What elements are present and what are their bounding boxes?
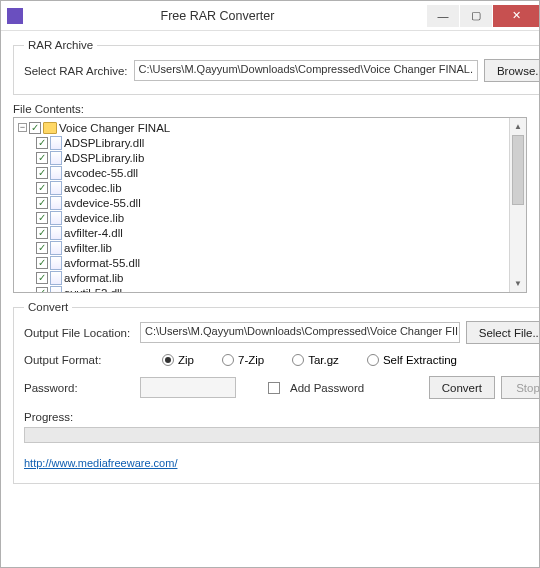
stop-button[interactable]: Stop: [501, 376, 539, 399]
format-7zip-radio[interactable]: 7-Zip: [222, 354, 264, 366]
rar-archive-legend: RAR Archive: [24, 39, 97, 51]
close-button[interactable]: ✕: [493, 5, 539, 27]
scroll-thumb[interactable]: [512, 135, 524, 205]
file-icon: [50, 271, 62, 285]
tree-item-label: avutil-52.dll: [64, 287, 122, 294]
tree-item[interactable]: ✓avdevice.lib: [14, 210, 526, 225]
tree-item[interactable]: ✓avutil-52.dll: [14, 285, 526, 293]
rar-archive-group: RAR Archive Select RAR Archive: C:\Users…: [13, 39, 539, 95]
browse-button[interactable]: Browse...: [484, 59, 539, 82]
checkbox[interactable]: ✓: [36, 257, 48, 269]
scroll-down-arrow[interactable]: ▼: [510, 275, 526, 292]
tree-item-label: avformat.lib: [64, 272, 123, 284]
radio-icon: [162, 354, 174, 366]
checkbox[interactable]: ✓: [36, 182, 48, 194]
file-tree[interactable]: −✓Voice Changer FINAL✓ADSPLibrary.dll✓AD…: [13, 117, 527, 293]
progress-bar: [24, 427, 539, 443]
folder-icon: [43, 122, 57, 134]
scroll-track[interactable]: [510, 205, 526, 275]
file-icon: [50, 286, 62, 294]
archive-path-input[interactable]: C:\Users\M.Qayyum\Downloads\Compressed\V…: [134, 60, 478, 81]
file-icon: [50, 136, 62, 150]
checkbox[interactable]: ✓: [36, 137, 48, 149]
tree-item[interactable]: ✓ADSPLibrary.lib: [14, 150, 526, 165]
tree-item-label: avdevice-55.dll: [64, 197, 141, 209]
checkbox[interactable]: ✓: [36, 167, 48, 179]
window-buttons: — ▢ ✕: [426, 5, 539, 27]
progress-label: Progress:: [24, 411, 539, 423]
checkbox[interactable]: ✓: [36, 152, 48, 164]
tree-item-label: avcodec-55.dll: [64, 167, 138, 179]
tree-item-label: avfilter.lib: [64, 242, 112, 254]
file-contents-label: File Contents:: [13, 103, 527, 115]
file-icon: [50, 241, 62, 255]
add-password-label: Add Password: [290, 382, 364, 394]
tree-item-label: avfilter-4.dll: [64, 227, 123, 239]
format-targz-radio[interactable]: Tar.gz: [292, 354, 339, 366]
tree-root-label: Voice Changer FINAL: [59, 122, 170, 134]
tree-item[interactable]: ✓avcodec.lib: [14, 180, 526, 195]
tree-item[interactable]: ✓avcodec-55.dll: [14, 165, 526, 180]
tree-item[interactable]: ✓avfilter.lib: [14, 240, 526, 255]
convert-button[interactable]: Convert: [429, 376, 495, 399]
output-format-label: Output Format:: [24, 354, 134, 366]
tree-item-label: ADSPLibrary.lib: [64, 152, 144, 164]
select-file-button[interactable]: Select File...: [466, 321, 539, 344]
tree-item[interactable]: ✓avformat.lib: [14, 270, 526, 285]
app-window: Free RAR Converter — ▢ ✕ RAR Archive Sel…: [0, 0, 540, 568]
file-icon: [50, 211, 62, 225]
select-archive-label: Select RAR Archive:: [24, 65, 128, 77]
tree-item[interactable]: ✓avdevice-55.dll: [14, 195, 526, 210]
checkbox[interactable]: ✓: [36, 227, 48, 239]
tree-scrollbar[interactable]: ▲ ▼: [509, 118, 526, 292]
radio-icon: [222, 354, 234, 366]
tree-root-row[interactable]: −✓Voice Changer FINAL: [14, 120, 526, 135]
convert-legend: Convert: [24, 301, 72, 313]
checkbox[interactable]: ✓: [29, 122, 41, 134]
tree-item-label: avdevice.lib: [64, 212, 124, 224]
tree-item[interactable]: ✓avfilter-4.dll: [14, 225, 526, 240]
add-password-checkbox[interactable]: [268, 382, 280, 394]
file-icon: [50, 256, 62, 270]
radio-icon: [367, 354, 379, 366]
output-location-label: Output File Location:: [24, 327, 134, 339]
window-title: Free RAR Converter: [9, 9, 426, 23]
maximize-button[interactable]: ▢: [460, 5, 492, 27]
tree-item[interactable]: ✓avformat-55.dll: [14, 255, 526, 270]
password-input[interactable]: [140, 377, 236, 398]
format-zip-radio[interactable]: Zip: [162, 354, 194, 366]
file-icon: [50, 196, 62, 210]
convert-group: Convert Output File Location: C:\Users\M…: [13, 301, 539, 484]
file-icon: [50, 226, 62, 240]
output-path-input[interactable]: C:\Users\M.Qayyum\Downloads\Compressed\V…: [140, 322, 460, 343]
tree-item[interactable]: ✓ADSPLibrary.dll: [14, 135, 526, 150]
checkbox[interactable]: ✓: [36, 212, 48, 224]
format-selfextracting-radio[interactable]: Self Extracting: [367, 354, 457, 366]
checkbox[interactable]: ✓: [36, 287, 48, 294]
checkbox[interactable]: ✓: [36, 272, 48, 284]
collapse-icon[interactable]: −: [18, 123, 27, 132]
website-link[interactable]: http://www.mediafreeware.com/: [24, 457, 177, 469]
radio-icon: [292, 354, 304, 366]
file-icon: [50, 151, 62, 165]
checkbox[interactable]: ✓: [36, 242, 48, 254]
tree-item-label: ADSPLibrary.dll: [64, 137, 144, 149]
titlebar[interactable]: Free RAR Converter — ▢ ✕: [1, 1, 539, 31]
password-label: Password:: [24, 382, 134, 394]
minimize-button[interactable]: —: [427, 5, 459, 27]
checkbox[interactable]: ✓: [36, 197, 48, 209]
content-area: RAR Archive Select RAR Archive: C:\Users…: [1, 31, 539, 567]
file-icon: [50, 181, 62, 195]
scroll-up-arrow[interactable]: ▲: [510, 118, 526, 135]
file-icon: [50, 166, 62, 180]
tree-item-label: avcodec.lib: [64, 182, 122, 194]
tree-item-label: avformat-55.dll: [64, 257, 140, 269]
